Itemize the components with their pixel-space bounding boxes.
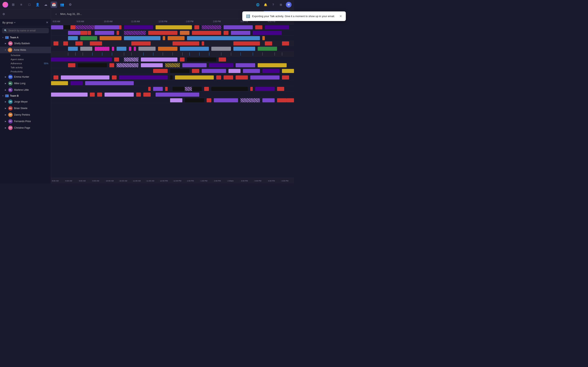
help-icon[interactable]: ? — [270, 2, 276, 8]
mike-avatar: ML — [8, 81, 13, 86]
timeline-data-rows — [51, 25, 294, 178]
danny-name: Danny Perkins — [14, 113, 30, 116]
time-header-8am: 8:00 AM — [51, 20, 76, 23]
mike-name: Mike Long — [14, 82, 25, 85]
team-b-header[interactable]: ▾ 👥 Team B — [0, 93, 51, 99]
sub-productivity[interactable]: Productivity — [0, 69, 51, 74]
timeline-row-anne-schedule — [51, 30, 294, 35]
agent-row-fernando[interactable]: ▶ FP Fernando Price — [0, 118, 51, 125]
tf-830am: 8:30 AM — [65, 180, 78, 182]
search-input[interactable] — [8, 29, 47, 32]
anne-expand-icon: ▾ — [5, 49, 6, 51]
mike-expand-icon: ▶ — [5, 82, 6, 84]
content-area: ‹ Mon, Aug 31, 20... 🔍 🔎 Export Talk act… — [51, 9, 294, 184]
timeline-row-anne-talk — [51, 46, 294, 51]
sidebar-collapse-icon[interactable]: ✕ — [46, 21, 48, 24]
tf-4pm: 4:00 PM — [267, 180, 281, 182]
nav-settings[interactable]: ⚙ — [67, 1, 73, 8]
prev-date-button[interactable]: ‹ — [54, 11, 58, 17]
agent-row-christine[interactable]: ▶ CP Christine Page — [0, 125, 51, 131]
timeline-row-marlene — [51, 68, 294, 74]
toast-message: Exporting your Talk activity. Give it a … — [252, 15, 294, 18]
jorge-name: Jorge Meyer — [14, 100, 28, 103]
timeline-row-emma — [51, 57, 294, 62]
tf-430pm: 4:30 PM — [281, 180, 294, 182]
tf-130pm: 1:30 PM — [200, 180, 213, 182]
search-icon: 🔍 — [4, 29, 7, 32]
app-logo — [2, 2, 8, 8]
tf-9am: 9:00 AM — [78, 180, 91, 182]
emma-expand-icon: ▶ — [5, 76, 6, 78]
nav-files[interactable]: □ — [26, 1, 33, 8]
brian-avatar: BS — [8, 106, 13, 110]
filter-icon[interactable]: ⚙ — [2, 12, 5, 16]
nav-team[interactable]: 👥 — [59, 1, 65, 8]
timeline-row-anne-productivity — [51, 51, 294, 57]
user-avatar[interactable]: M — [286, 2, 292, 8]
agent-row-shelly[interactable]: ▶ SB Shelly Baldwin — [0, 40, 51, 47]
tf-12pm: 12:00 PM — [159, 180, 173, 182]
anne-agentstatus-bars — [51, 36, 294, 40]
grid-icon[interactable]: ⊞ — [278, 2, 284, 8]
anne-avatar: AH — [8, 48, 12, 52]
globe-icon[interactable]: 🌐 — [255, 2, 260, 8]
nav-reports[interactable]: ≡ — [18, 1, 25, 8]
tf-11am: 11:00 AM — [132, 180, 146, 182]
agent-row-brian[interactable]: ▶ BS Brian Steele — [0, 105, 51, 111]
sub-adherence[interactable]: Adherence 55% — [0, 61, 51, 66]
shelly-bars — [51, 25, 294, 29]
agent-row-emma[interactable]: ▶ EH Emma Hunter — [0, 74, 51, 80]
sub-talk-activity[interactable]: Talk activity — [0, 66, 51, 69]
time-header-9am: 9:00 AM — [76, 20, 103, 23]
agent-row-jorge[interactable]: ▶ JM Jorge Meyer — [0, 99, 51, 105]
agent-row-danny[interactable]: ▶ DP Danny Perkins — [0, 111, 51, 118]
team-a-header[interactable]: ▾ 👥 Team A — [0, 35, 51, 40]
team-a-expand-icon: ▾ — [2, 36, 3, 39]
anne-talk-bars — [51, 47, 294, 51]
nav-cloud[interactable]: ☁ — [43, 1, 49, 8]
emma-avatar: EH — [8, 75, 13, 79]
chevron-down-icon: ▾ — [14, 21, 15, 24]
adherence-pct: 55% — [44, 62, 48, 65]
marlene-expand-icon: ▶ — [5, 89, 6, 91]
fernando-expand-icon: ▶ — [5, 120, 6, 122]
emma-name: Emma Hunter — [14, 75, 29, 78]
time-header-11am: 11:00 AM — [130, 20, 158, 23]
team-a-icon: 👥 — [5, 36, 9, 39]
bell-icon[interactable]: 🔔 — [263, 2, 268, 8]
nav-schedule[interactable]: 📅 — [51, 1, 57, 8]
agent-row-marlene[interactable]: ▶ ML Marlene Little — [0, 87, 51, 93]
nav-dashboard[interactable]: ⊞ — [10, 1, 16, 8]
time-footer-row: 8:00 AM 8:30 AM 9:00 AM 9:30 AM 10:00 AM… — [51, 178, 294, 184]
brian-name: Brian Steele — [14, 107, 27, 110]
agent-row-anne[interactable]: ▾ AH Anne Hicks — [0, 47, 51, 53]
sidebar-toolbar: ⚙ — [0, 9, 51, 19]
anne-adherence-bars — [51, 42, 294, 45]
sub-agent-status[interactable]: Agent status — [0, 57, 51, 61]
jorge-expand-icon: ▶ — [5, 101, 6, 103]
time-header-1pm: 1:00 PM — [185, 20, 212, 23]
group-selector[interactable]: By group ▾ ✕ — [0, 19, 51, 26]
timeline-row-jorge — [51, 75, 294, 80]
nav-right-section: 🌐 🔔 ? ⊞ M — [255, 2, 292, 8]
timeline-row-fernando — [51, 92, 294, 98]
christine-expand-icon: ▶ — [5, 127, 6, 129]
timeline-row-mike — [51, 62, 294, 68]
team-b-label: Team B — [10, 94, 18, 97]
tf-1030am: 10:30 AM — [119, 180, 132, 182]
team-a-label: Team A — [10, 36, 18, 39]
sub-schedule[interactable]: Schedule — [0, 53, 51, 57]
brian-expand-icon: ▶ — [5, 107, 6, 109]
time-header-12pm: 12:00 PM — [157, 20, 185, 23]
tf-230am: 2:30am — [227, 180, 240, 182]
agent-row-mike[interactable]: ▶ ML Mike Long — [0, 80, 51, 87]
danny-expand-icon: ▶ — [5, 114, 6, 116]
danny-avatar: DP — [8, 113, 13, 117]
nav-contacts[interactable]: 👤 — [34, 1, 41, 8]
tf-330pm: 3:30 PM — [254, 180, 267, 182]
timeline-row-shelly — [51, 25, 294, 30]
marlene-name: Marlene Little — [14, 89, 29, 91]
team-a-group: ▾ 👥 Team A ▶ SB Shelly Baldwin ▾ AH Anne… — [0, 35, 51, 93]
timeline-row-christine — [51, 98, 294, 103]
tf-3pm: 3:00 PM — [240, 180, 254, 182]
